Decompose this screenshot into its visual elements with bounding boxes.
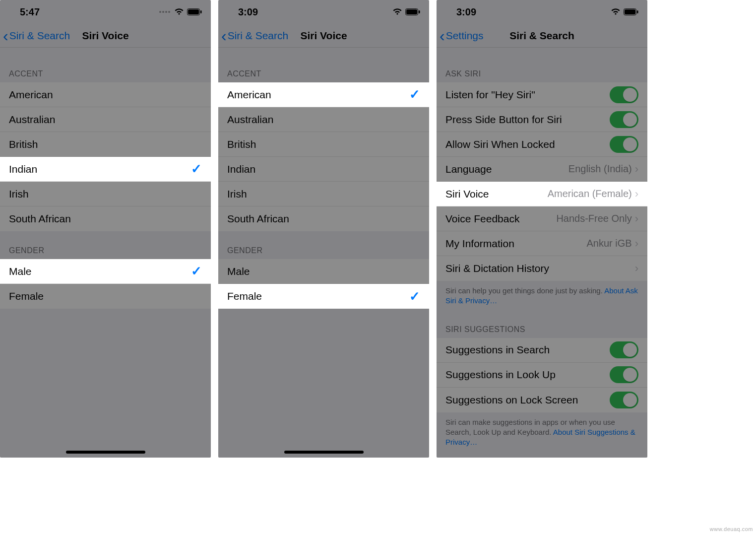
status-time: 3:09 <box>238 6 258 18</box>
svg-rect-2 <box>200 10 202 13</box>
svg-rect-1 <box>188 9 199 14</box>
accent-list: American Australian British Indian✓ Iris… <box>0 82 211 231</box>
row-suggestions-search[interactable]: Suggestions in Search <box>437 338 647 363</box>
svg-rect-7 <box>625 9 635 14</box>
section-header-accent: ACCENT <box>218 48 429 82</box>
wifi-icon <box>611 6 621 18</box>
back-button[interactable]: ‹ Siri & Search <box>218 30 288 42</box>
suggestions-footer: Siri can make suggestions in apps or whe… <box>437 412 647 452</box>
status-right <box>392 6 420 18</box>
accent-irish[interactable]: Irish <box>0 182 211 206</box>
row-allow-locked[interactable]: Allow Siri When Locked <box>437 132 647 157</box>
svg-rect-5 <box>419 10 420 13</box>
accent-south-african[interactable]: South African <box>218 206 429 231</box>
checkmark-icon: ✓ <box>409 289 420 304</box>
row-siri-voice[interactable]: Siri VoiceAmerican (Female)› <box>437 182 647 206</box>
checkmark-icon: ✓ <box>191 161 202 177</box>
gender-female[interactable]: Female✓ <box>218 284 429 309</box>
wifi-icon <box>392 6 402 18</box>
toggle-on[interactable] <box>610 341 638 358</box>
status-time: 3:09 <box>456 6 476 18</box>
nav-bar: ‹ Settings Siri & Search <box>437 24 647 48</box>
back-label: Siri & Search <box>228 30 289 42</box>
checkmark-icon: ✓ <box>409 87 420 102</box>
toggle-on[interactable] <box>610 392 638 408</box>
accent-american[interactable]: American✓ <box>218 82 429 107</box>
home-indicator <box>66 451 145 454</box>
row-side-button[interactable]: Press Side Button for Siri <box>437 107 647 132</box>
accent-british[interactable]: British <box>0 132 211 157</box>
ask-siri-footer: Siri can help you get things done just b… <box>437 281 647 310</box>
panel-siri-and-search: 3:09 ‹ Settings Siri & Search ASK SIRI L… <box>437 0 647 458</box>
accent-indian[interactable]: Indian <box>218 157 429 182</box>
status-time: 5:47 <box>20 6 40 18</box>
back-label: Siri & Search <box>9 30 70 42</box>
nav-bar: ‹ Siri & Search Siri Voice <box>218 24 429 48</box>
back-label: Settings <box>446 30 484 42</box>
chevron-right-icon: › <box>635 262 638 275</box>
watermark: www.deuaq.com <box>710 526 753 532</box>
accent-australian[interactable]: Australian <box>218 107 429 132</box>
gender-male[interactable]: Male <box>218 259 429 284</box>
status-bar: 3:09 <box>437 0 647 24</box>
nav-bar: ‹ Siri & Search Siri Voice <box>0 24 211 48</box>
panel-siri-voice-indian: 5:47 ‹ Siri & Search Siri Voice ACCENT A… <box>0 0 211 458</box>
battery-icon <box>405 6 420 18</box>
accent-south-african[interactable]: South African <box>0 206 211 231</box>
gender-list: Male✓ Female <box>0 259 211 309</box>
panel-siri-voice-american: 3:09 ‹ Siri & Search Siri Voice ACCENT A… <box>218 0 429 458</box>
toggle-on[interactable] <box>610 366 638 383</box>
accent-british[interactable]: British <box>218 132 429 157</box>
row-voice-feedback[interactable]: Voice FeedbackHands-Free Only› <box>437 206 647 231</box>
battery-icon <box>187 6 202 18</box>
cellular-icon <box>159 11 170 13</box>
status-right <box>159 6 202 18</box>
accent-irish[interactable]: Irish <box>218 182 429 206</box>
toggle-on[interactable] <box>610 136 638 153</box>
row-my-information[interactable]: My InformationAnkur iGB› <box>437 231 647 256</box>
gender-male[interactable]: Male✓ <box>0 259 211 284</box>
accent-indian[interactable]: Indian✓ <box>0 157 211 182</box>
back-button[interactable]: ‹ Settings <box>437 30 484 42</box>
gender-female[interactable]: Female <box>0 284 211 309</box>
row-suggestions-lookup[interactable]: Suggestions in Look Up <box>437 363 647 388</box>
checkmark-icon: ✓ <box>191 264 202 279</box>
toggle-on[interactable] <box>610 86 638 103</box>
chevron-right-icon: › <box>635 237 638 250</box>
section-header-ask-siri: ASK SIRI <box>437 48 647 82</box>
row-hey-siri[interactable]: Listen for "Hey Siri" <box>437 82 647 107</box>
chevron-right-icon: › <box>635 188 638 201</box>
status-right <box>611 6 638 18</box>
suggestions-group: Suggestions in Search Suggestions in Loo… <box>437 338 647 412</box>
status-bar: 5:47 <box>0 0 211 24</box>
gender-list: Male Female✓ <box>218 259 429 309</box>
svg-rect-4 <box>406 9 417 14</box>
row-history[interactable]: Siri & Dictation History› <box>437 256 647 281</box>
accent-list: American✓ Australian British Indian Iris… <box>218 82 429 231</box>
section-header-gender: GENDER <box>218 231 429 259</box>
section-header-suggestions: SIRI SUGGESTIONS <box>437 310 647 338</box>
row-suggestions-lock[interactable]: Suggestions on Lock Screen <box>437 388 647 412</box>
row-language[interactable]: LanguageEnglish (India)› <box>437 157 647 182</box>
back-button[interactable]: ‹ Siri & Search <box>0 30 70 42</box>
toggle-on[interactable] <box>610 111 638 128</box>
accent-australian[interactable]: Australian <box>0 107 211 132</box>
home-indicator <box>284 451 364 454</box>
accent-american[interactable]: American <box>0 82 211 107</box>
chevron-right-icon: › <box>635 212 638 225</box>
ask-siri-group: Listen for "Hey Siri" Press Side Button … <box>437 82 647 281</box>
svg-rect-8 <box>637 10 638 13</box>
chevron-right-icon: › <box>635 163 638 176</box>
section-header-accent: ACCENT <box>0 48 211 82</box>
status-bar: 3:09 <box>218 0 429 24</box>
battery-icon <box>624 6 638 18</box>
section-header-gender: GENDER <box>0 231 211 259</box>
wifi-icon <box>174 6 184 18</box>
